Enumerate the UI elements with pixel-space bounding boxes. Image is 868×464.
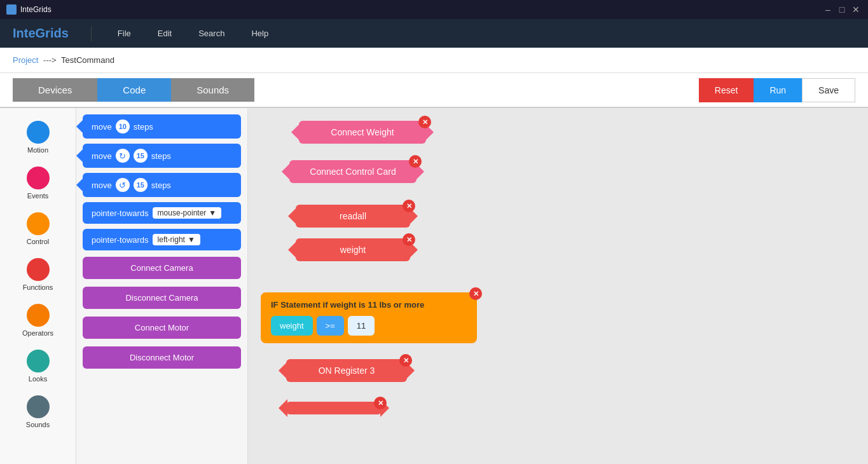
block-pointer-left[interactable]: pointer-towards left-right ▼ — [83, 229, 241, 250]
block-move-ccw-steps: steps — [151, 181, 171, 190]
block-num-ccw: 15 — [134, 178, 148, 192]
tab-devices[interactable]: Devices — [13, 78, 97, 102]
app-icon — [6, 4, 17, 15]
titlebar-controls: – □ ✕ — [822, 4, 862, 15]
maximize-button[interactable]: □ — [836, 4, 848, 15]
operators-icon — [27, 304, 50, 327]
breadcrumb-project[interactable]: Project — [13, 55, 38, 65]
breadcrumb: Project ---> TestCommand — [13, 55, 114, 65]
events-icon — [27, 167, 50, 189]
sidebar-label-looks: Looks — [29, 375, 47, 383]
block-pointer-mouse-label: pointer-towards — [92, 208, 149, 218]
block-move-ccw-15[interactable]: move ↺ 15 steps — [83, 173, 241, 197]
canvas-inner: ✕ Connect Weight ✕ Connect Control Card … — [248, 108, 868, 464]
if-field-operator[interactable]: >= — [317, 316, 344, 336]
titlebar: InteGrids – □ ✕ — [0, 0, 868, 19]
canvas-readall-label: readall — [296, 205, 410, 228]
canvas-block-readall[interactable]: ✕ readall — [296, 205, 410, 228]
sidebar-item-functions[interactable]: Functions — [0, 252, 76, 297]
sidebar-item-looks[interactable]: Looks — [0, 343, 76, 389]
sidebar: Motion Events Control Functions Operator… — [0, 108, 76, 464]
block-connect-motor[interactable]: Connect Motor — [83, 317, 241, 339]
close-if-statement[interactable]: ✕ — [469, 287, 482, 300]
sidebar-item-sounds[interactable]: Sounds — [0, 389, 76, 435]
canvas-block-on-register[interactable]: ✕ ON Register 3 — [286, 359, 407, 382]
close-on-register[interactable]: ✕ — [399, 354, 412, 367]
close-extra[interactable]: ✕ — [374, 397, 387, 409]
sidebar-label-operators: Operators — [22, 329, 53, 337]
menu-divider — [91, 26, 92, 41]
minimize-button[interactable]: – — [822, 4, 834, 15]
run-button[interactable]: Run — [754, 78, 802, 102]
titlebar-title: InteGrids — [20, 5, 52, 14]
if-field-value[interactable]: 11 — [348, 316, 375, 336]
main-content: Motion Events Control Functions Operator… — [0, 108, 868, 464]
block-move-cw-label: move — [92, 151, 112, 161]
block-move-cw-15[interactable]: move ↻ 15 steps — [83, 144, 241, 168]
canvas-block-connect-weight[interactable]: ✕ Connect Weight — [299, 121, 426, 144]
if-block-fields: weight >= 11 — [271, 316, 467, 336]
menu-file[interactable]: File — [114, 26, 135, 41]
block-num-cw: 15 — [134, 149, 148, 163]
block-pointer-left-label: pointer-towards — [92, 235, 149, 245]
canvas-block-weight[interactable]: ✕ weight — [296, 238, 410, 261]
if-block-header: IF Statement if weight is 11 lbs or more — [271, 300, 467, 310]
sidebar-item-motion[interactable]: Motion — [0, 114, 76, 160]
block-disconnect-camera[interactable]: Disconnect Camera — [83, 287, 241, 309]
block-panel: move 10 steps move ↻ 15 steps move ↺ 15 … — [76, 108, 248, 464]
tab-code[interactable]: Code — [97, 78, 171, 102]
menubar: InteGrids File Edit Search Help — [0, 19, 868, 48]
close-button[interactable]: ✕ — [850, 4, 862, 15]
breadcrumb-bar: Project ---> TestCommand — [0, 48, 868, 73]
sidebar-item-control[interactable]: Control — [0, 206, 76, 252]
canvas-connect-control-label: Connect Control Card — [289, 160, 417, 183]
tab-sounds[interactable]: Sounds — [171, 78, 254, 102]
breadcrumb-current: TestCommand — [61, 55, 114, 65]
toolbar-actions: Reset Run Save — [699, 78, 855, 102]
menu-help[interactable]: Help — [247, 26, 272, 41]
close-readall[interactable]: ✕ — [403, 200, 415, 212]
looks-icon — [27, 350, 50, 372]
menu-edit[interactable]: Edit — [154, 26, 176, 41]
block-move-cw-steps: steps — [151, 151, 171, 161]
canvas-connect-weight-label: Connect Weight — [299, 121, 426, 144]
sidebar-item-operators[interactable]: Operators — [0, 297, 76, 343]
save-button[interactable]: Save — [802, 78, 855, 102]
sidebar-label-sounds: Sounds — [26, 421, 50, 428]
canvas-weight-label: weight — [296, 238, 410, 261]
block-num-10: 10 — [116, 119, 130, 133]
close-connect-control[interactable]: ✕ — [409, 155, 422, 168]
block-connect-camera[interactable]: Connect Camera — [83, 257, 241, 279]
functions-icon — [27, 258, 50, 281]
block-move-10[interactable]: move 10 steps — [83, 114, 241, 139]
block-disconnect-motor[interactable]: Disconnect Motor — [83, 346, 241, 369]
canvas-block-connect-control[interactable]: ✕ Connect Control Card — [289, 160, 417, 183]
control-icon — [27, 212, 50, 235]
menu-search[interactable]: Search — [195, 26, 228, 41]
if-field-weight[interactable]: weight — [271, 316, 313, 336]
motion-icon — [27, 121, 50, 144]
sounds-icon — [27, 395, 50, 418]
sidebar-item-events[interactable]: Events — [0, 160, 76, 206]
block-pointer-left-val: left-right ▼ — [153, 234, 200, 245]
block-move-10-steps: steps — [134, 122, 153, 132]
sidebar-label-events: Events — [27, 192, 49, 200]
block-pointer-mouse[interactable]: pointer-towards mouse-pointer ▼ — [83, 202, 241, 224]
sidebar-label-motion: Motion — [27, 146, 48, 154]
block-arrow-ccw: ↺ — [116, 178, 130, 192]
block-arrow-cw: ↻ — [116, 149, 130, 163]
app-logo: InteGrids — [13, 26, 69, 41]
block-pointer-mouse-val: mouse-pointer ▼ — [153, 207, 222, 219]
toolbar: Devices Code Sounds Reset Run Save — [0, 73, 868, 108]
close-connect-weight[interactable]: ✕ — [418, 116, 431, 128]
close-weight[interactable]: ✕ — [403, 233, 415, 246]
sidebar-label-control: Control — [27, 238, 49, 245]
sidebar-label-functions: Functions — [23, 283, 53, 291]
canvas-block-extra[interactable]: ✕ — [286, 402, 382, 417]
breadcrumb-arrow: ---> — [43, 55, 57, 65]
canvas-extra-label — [286, 402, 382, 414]
tab-group: Devices Code Sounds — [13, 78, 254, 102]
reset-button[interactable]: Reset — [699, 78, 754, 102]
block-move-ccw-label: move — [92, 181, 112, 190]
canvas-block-if-statement[interactable]: ✕ IF Statement if weight is 11 lbs or mo… — [261, 292, 477, 343]
